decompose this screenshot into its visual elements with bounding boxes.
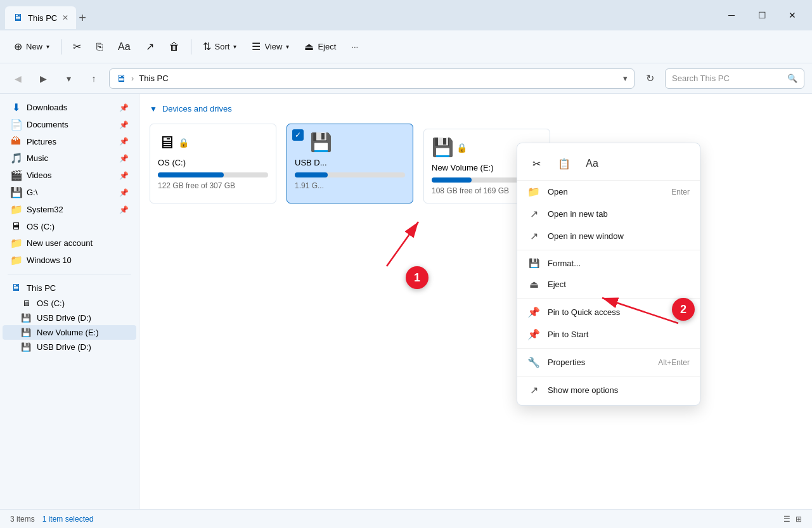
tab-close-btn[interactable]: ✕ xyxy=(62,13,68,22)
music-icon: 🎵 xyxy=(10,152,22,164)
rename-icon: Aa xyxy=(118,41,131,53)
minimize-btn[interactable]: ─ xyxy=(717,5,746,25)
sidebar-label-usb-d: USB Drive (D:) xyxy=(37,313,91,323)
sidebar-label-g: G:\ xyxy=(27,188,37,197)
main-tab[interactable]: 🖥 This PC ✕ xyxy=(5,6,76,29)
sidebar-item-g-drive[interactable]: 💾 G:\ 📌 xyxy=(3,184,136,201)
forward-btn[interactable]: ▶ xyxy=(33,68,53,89)
up-btn[interactable]: ↑ xyxy=(84,68,104,89)
status-bar: 3 items 1 item selected ☰ ⊞ xyxy=(0,509,812,528)
ctx-properties-shortcut: Alt+Enter xyxy=(658,358,690,367)
sort-btn[interactable]: ⇅ Sort ▾ xyxy=(197,37,243,56)
section-header-devices[interactable]: ▼ Devices and drives xyxy=(150,104,802,113)
sidebar-item-new-vol-e[interactable]: 💾 New Volume (E:) xyxy=(3,325,136,340)
ctx-item-show-more[interactable]: ↗ Show more options xyxy=(517,379,700,401)
address-path[interactable]: 🖥 › This PC ▾ xyxy=(109,68,635,89)
ctx-open-tab-icon: ↗ xyxy=(527,208,540,220)
ctx-item-eject[interactable]: ⏏ Eject xyxy=(517,273,700,295)
sidebar-label-new-vol-e: New Volume (E:) xyxy=(37,328,99,337)
ctx-divider-4 xyxy=(517,376,700,377)
sidebar-item-os-c[interactable]: 🖥 OS (C:) xyxy=(3,218,136,235)
pictures-icon: 🏔 xyxy=(10,136,22,147)
ctx-item-open-new-window[interactable]: ↗ Open in new window xyxy=(517,225,700,247)
drive-usb-d-bar-bg xyxy=(295,172,405,177)
sidebar-item-usb-d[interactable]: 💾 USB Drive (D:) xyxy=(3,311,136,325)
ctx-eject-icon: ⏏ xyxy=(527,278,540,290)
sidebar-item-pictures[interactable]: 🏔 Pictures 📌 xyxy=(3,133,136,150)
new-tab-btn[interactable]: + xyxy=(79,11,86,25)
new-btn[interactable]: ⊕ New ▾ xyxy=(8,37,56,56)
sidebar-item-this-pc[interactable]: 🖥 This PC xyxy=(3,280,136,296)
sidebar-item-new-user[interactable]: 📁 New user account xyxy=(3,235,136,252)
context-menu: ✂ 📋 Aa 📁 Open Enter ↗ Open in new tab ↗ … xyxy=(517,143,700,406)
sidebar-label-os-c: OS (C:) xyxy=(27,222,55,231)
search-box[interactable]: Search This PC 🔍 xyxy=(665,68,804,89)
status-view-controls: ☰ ⊞ xyxy=(783,515,802,524)
section-chevron-icon: ▼ xyxy=(150,105,157,113)
videos-icon: 🎬 xyxy=(10,169,22,181)
ctx-item-format[interactable]: 💾 Format... xyxy=(517,253,700,273)
drive-new-vol-icon: 💾 🔒 xyxy=(432,137,467,158)
ctx-rename-btn[interactable]: Aa xyxy=(581,152,603,175)
sidebar-label-os-c-drive: OS (C:) xyxy=(37,299,65,308)
sort-chevron-icon: ▾ xyxy=(233,43,236,50)
back-btn[interactable]: ◀ xyxy=(8,68,28,89)
sidebar-item-os-c-drive[interactable]: 🖥 OS (C:) xyxy=(3,296,136,311)
sidebar-item-system32[interactable]: 📁 System32 📌 xyxy=(3,201,136,218)
sidebar-item-usb-d2[interactable]: 💾 USB Drive (D:) xyxy=(3,340,136,354)
eject-label: Eject xyxy=(318,42,336,51)
sidebar-label-music: Music xyxy=(27,153,48,163)
ctx-item-open[interactable]: 📁 Open Enter xyxy=(517,181,700,203)
ctx-format-label: Format... xyxy=(548,259,581,268)
copy-btn[interactable]: ⎘ xyxy=(90,37,109,56)
path-dropdown-icon[interactable]: ▾ xyxy=(623,74,628,83)
status-item-count: 3 items xyxy=(10,515,35,524)
grid-view-icon[interactable]: ⊞ xyxy=(796,515,802,524)
cut-icon: ✂ xyxy=(73,41,81,53)
recent-btn[interactable]: ▾ xyxy=(58,68,79,89)
drive-os-c-bar-bg xyxy=(158,172,268,177)
new-vol-e-icon: 💾 xyxy=(20,328,32,337)
delete-btn[interactable]: 🗑 xyxy=(163,37,186,56)
list-view-icon[interactable]: ☰ xyxy=(783,515,790,524)
drive-header-os-c: 🖥 🔒 xyxy=(158,132,268,153)
drive-os-c-name: OS (C:) xyxy=(158,158,268,167)
view-btn[interactable]: ☰ View ▾ xyxy=(245,37,295,56)
drive-usb-d-icon: 💾 xyxy=(310,132,332,153)
drive-os-c-info: 122 GB free of 307 GB xyxy=(158,181,268,190)
ctx-item-properties[interactable]: 🔧 Properties Alt+Enter xyxy=(517,351,700,373)
eject-btn[interactable]: ⏏ Eject xyxy=(298,37,342,56)
share-btn[interactable]: ↗ xyxy=(139,37,160,56)
sidebar-item-downloads[interactable]: ⬇ Downloads 📌 xyxy=(3,99,136,116)
sidebar-label-videos: Videos xyxy=(27,171,52,180)
drive-card-usb-d[interactable]: ✓ 💾 USB D... 1.91 G... xyxy=(287,124,413,203)
sidebar-divider xyxy=(8,274,131,274)
sort-label: Sort xyxy=(215,42,230,51)
drive-new-vol-bar-fill xyxy=(432,177,472,183)
sidebar-item-windows10[interactable]: 📁 Windows 10 xyxy=(3,252,136,269)
close-btn[interactable]: ✕ xyxy=(778,5,807,25)
content-area: ▼ Devices and drives 🖥 🔒 OS (C:) 122 GB … xyxy=(139,94,812,509)
pin-g-icon: 📌 xyxy=(119,188,129,197)
pin-music-icon: 📌 xyxy=(119,154,129,163)
drive-card-os-c[interactable]: 🖥 🔒 OS (C:) 122 GB free of 307 GB xyxy=(150,124,276,203)
search-placeholder: Search This PC xyxy=(672,74,730,83)
tab-label: This PC xyxy=(28,13,57,23)
ctx-cut-btn[interactable]: ✂ xyxy=(525,152,548,175)
sidebar-item-videos[interactable]: 🎬 Videos 📌 xyxy=(3,167,136,184)
ctx-copy-btn[interactable]: 📋 xyxy=(553,152,576,175)
view-chevron-icon: ▾ xyxy=(286,43,289,50)
more-btn[interactable]: ··· xyxy=(345,38,364,55)
sidebar-item-documents[interactable]: 📄 Documents 📌 xyxy=(3,116,136,133)
ctx-open-label: Open xyxy=(548,187,568,196)
refresh-btn[interactable]: ↻ xyxy=(640,68,660,89)
rename-btn[interactable]: Aa xyxy=(112,37,137,56)
sidebar-item-music[interactable]: 🎵 Music 📌 xyxy=(3,150,136,167)
path-label: This PC xyxy=(139,74,168,83)
ctx-item-pin-start[interactable]: 📌 Pin to Start xyxy=(517,323,700,345)
ctx-item-open-new-tab[interactable]: ↗ Open in new tab xyxy=(517,203,700,225)
pin-downloads-icon: 📌 xyxy=(119,103,129,112)
drive-usb-d-name: USB D... xyxy=(295,158,405,167)
cut-btn[interactable]: ✂ xyxy=(67,37,87,56)
maximize-btn[interactable]: ☐ xyxy=(747,5,777,25)
